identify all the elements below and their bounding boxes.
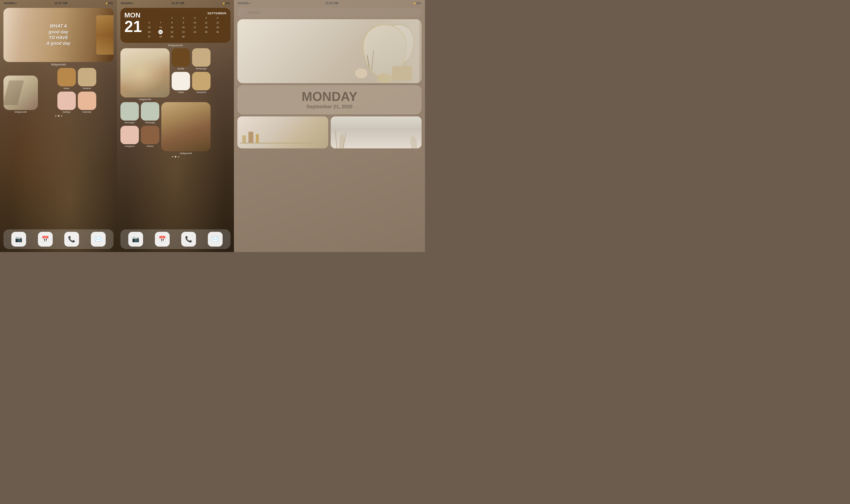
quote-text: WHAT Agood dayTO HAVEA good day [41, 18, 75, 51]
cal-grid: SEPTEMBER 1 2 3 4 5 6 7 8 [147, 12, 227, 39]
dock2-calendar[interactable]: 📅 [155, 232, 170, 247]
cal-month: SEPTEMBER [147, 12, 227, 15]
status-bar-3: ROGERS ▾ 11:37 AM ⚡32% [234, 0, 425, 6]
cal-date-display: MON 21 [124, 12, 144, 39]
widgetsmith-large-widget[interactable]: WHAT Agood dayTO HAVEA good day [3, 8, 113, 62]
status-bar-2: ROGERS ▾ 11:37 AM ⚡32% [117, 0, 234, 6]
app-label-weather: Weather [83, 87, 91, 90]
carrier-3: ROGERS ▾ [238, 2, 250, 5]
instagram-icon [120, 126, 139, 144]
twitter-icon [172, 72, 190, 90]
cafe-widget [120, 48, 170, 97]
battery-1: ⚡32% [105, 2, 113, 5]
spotify-icon [172, 48, 190, 67]
widgetsmith-person-label: Widgetsmith [180, 152, 192, 155]
dock-calendar[interactable]: 📅 [38, 232, 53, 247]
phone-screen-1: ROGERS ▾ 11:37 AM ⚡32% WHAT Agood dayTO … [0, 0, 117, 252]
widget-small-shadow [3, 75, 38, 110]
app-item-messenger[interactable]: Messenger [192, 48, 211, 70]
whatsapp-icon [141, 102, 159, 121]
carrier-2: ROGERS ▾ [121, 2, 134, 5]
app-item-widgetsmith-small[interactable]: Widgetsmith [3, 75, 38, 113]
page-dots-2 [120, 156, 230, 158]
today-cell: 21 [158, 30, 163, 34]
icon-pair-spotify-messenger: Spotify Messenger [172, 48, 211, 70]
dock2-camera[interactable]: 📷 [128, 232, 143, 247]
app-item-weather[interactable]: Weather [78, 68, 96, 90]
widgetsmith-label-2: Widgetsmith [120, 44, 230, 47]
messenger-icon [192, 48, 211, 67]
dock-camera[interactable]: 📷 [11, 232, 26, 247]
app-item-spotify[interactable]: Spotify [172, 48, 190, 70]
app-label-calendar: Calendar [83, 111, 92, 113]
page-dots-1 [3, 115, 113, 116]
dock-mail[interactable]: ✉️ [91, 232, 106, 247]
dot2-2 [175, 156, 176, 158]
cal-weeks: 1 2 3 4 5 6 7 8 9 10 11 12 [147, 16, 227, 39]
app-label-widgetsmith: Widgetsmith [15, 111, 27, 113]
app-item-twitter[interactable]: Twitter [172, 72, 190, 93]
app-item-calendar[interactable]: Calendar [78, 92, 96, 113]
carrier-1: ROGERS ▾ [4, 2, 17, 5]
person-widget [161, 102, 211, 151]
dock-2: 📷 📅 📞 ✉️ [120, 229, 230, 249]
dock2-phone[interactable]: 📞 [181, 232, 196, 247]
dot2-1 [172, 156, 173, 158]
facebook-icon [192, 72, 211, 90]
app-label-notes: Notes [64, 87, 69, 90]
calendar-icon [78, 92, 96, 110]
time-2: 11:37 AM [171, 1, 184, 5]
phone-screen-2: ROGERS ▾ 11:37 AM ⚡32% MON 21 SEPTEMBER … [117, 0, 234, 252]
dot-3 [61, 115, 62, 116]
widgetsmith-person-item[interactable]: Widgetsmith [161, 102, 211, 155]
cal-day-number: 21 [124, 19, 142, 34]
widgetsmith-cafe-label: Widgetsmith [139, 98, 151, 101]
app-item-settings[interactable]: Settings [57, 92, 76, 113]
app-item-facebook[interactable]: Facebook [192, 72, 211, 93]
room-photo-bg [237, 19, 422, 83]
interior-photo[interactable] [237, 116, 328, 148]
time-3: 11:37 AM [325, 1, 338, 5]
dock-phone[interactable]: 📞 [64, 232, 79, 247]
dot-1 [55, 115, 56, 116]
widgetsmith-label-1: Widgetsmith [3, 63, 113, 66]
icon-pair-twitter-facebook: Twitter Facebook [172, 72, 211, 93]
grass-photo[interactable] [331, 116, 422, 148]
dock-1: 📷 📅 📞 ✉️ [3, 229, 113, 249]
notes-icon [57, 68, 76, 86]
s2-apps-area-top: Widgetsmith Spotify Messenger [120, 48, 230, 101]
phone-screen-3: ROGERS ▾ 11:37 AM ⚡32% 🔍 Search MONDAY [234, 0, 425, 252]
photos-icon [141, 126, 159, 144]
messages-icon [120, 102, 139, 121]
battery-2: ⚡32% [222, 2, 230, 5]
app-item-notes[interactable]: Notes [57, 68, 76, 90]
room-photo-widget[interactable] [237, 19, 422, 83]
app-label-settings: Settings [63, 111, 71, 113]
weather-icon [78, 68, 96, 86]
battery-3: ⚡32% [413, 2, 421, 5]
time-1: 11:37 AM [54, 1, 67, 5]
dock2-mail[interactable]: ✉️ [208, 232, 223, 247]
status-bar-1: ROGERS ▾ 11:37 AM ⚡32% [0, 0, 117, 6]
app-item-photos[interactable]: Photos [141, 126, 159, 147]
s2-apps-area-bottom: Messages Whatsapp Instagram Photos [120, 102, 230, 155]
settings-icon [57, 92, 76, 110]
calendar-widget[interactable]: MON 21 SEPTEMBER 1 2 3 4 5 6 [120, 8, 230, 43]
dot-2 [58, 115, 59, 116]
app-item-whatsapp[interactable]: Whatsapp [141, 102, 159, 124]
app-item-instagram[interactable]: Instagram [120, 126, 139, 147]
widgetsmith-cafe-item[interactable]: Widgetsmith [120, 48, 170, 101]
app-item-messages[interactable]: Messages [120, 102, 139, 124]
app-row-1: Widgetsmith Notes Weather [3, 68, 113, 113]
dot2-3 [178, 156, 179, 158]
